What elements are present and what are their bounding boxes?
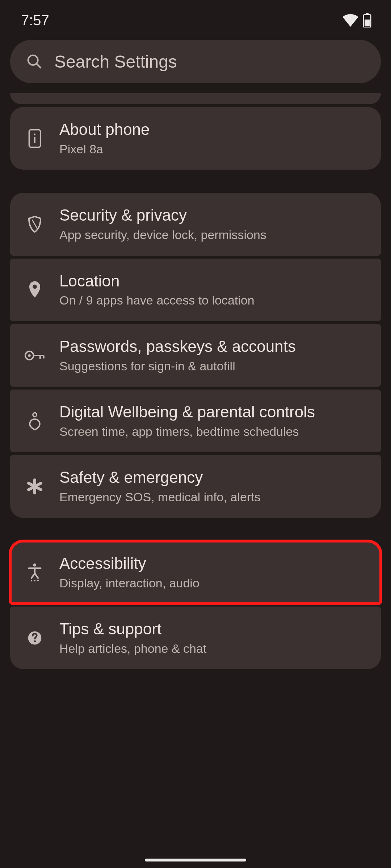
item-title: Safety & emergency: [59, 468, 366, 487]
settings-item-about-phone[interactable]: About phone Pixel 8a: [10, 107, 381, 170]
battery-icon: [363, 13, 371, 27]
search-icon: [26, 53, 43, 70]
svg-point-11: [28, 354, 31, 357]
svg-point-19: [33, 563, 37, 567]
item-title: About phone: [59, 120, 366, 139]
svg-point-9: [33, 285, 37, 289]
key-icon: [25, 345, 45, 366]
status-bar: 7:57: [0, 0, 391, 33]
wellbeing-icon: [25, 411, 45, 431]
phone-info-icon: [25, 128, 45, 149]
wifi-icon: [342, 14, 358, 27]
svg-point-24: [31, 580, 32, 582]
svg-point-15: [33, 413, 37, 416]
item-title: Security & privacy: [59, 206, 366, 225]
partial-card-top[interactable]: [10, 93, 381, 104]
settings-item-passwords[interactable]: Passwords, passkeys & accounts Suggestio…: [10, 324, 381, 387]
item-subtitle: Suggestions for sign-in & autofill: [59, 358, 366, 374]
item-subtitle: Help articles, phone & chat: [59, 641, 366, 656]
svg-line-22: [31, 574, 35, 578]
item-subtitle: Emergency SOS, medical info, alerts: [59, 489, 366, 505]
settings-item-wellbeing[interactable]: Digital Wellbeing & parental controls Sc…: [10, 390, 381, 452]
item-subtitle: Screen time, app timers, bedtime schedul…: [59, 424, 366, 439]
svg-point-28: [34, 640, 36, 642]
search-placeholder: Search Settings: [54, 52, 177, 72]
search-bar[interactable]: Search Settings: [10, 40, 381, 83]
accessibility-icon: [25, 562, 45, 582]
help-icon: [25, 628, 45, 648]
item-title: Passwords, passkeys & accounts: [59, 337, 366, 356]
location-pin-icon: [25, 280, 45, 300]
item-title: Digital Wellbeing & parental controls: [59, 403, 366, 422]
settings-item-security[interactable]: Security & privacy App security, device …: [10, 193, 381, 255]
item-subtitle: On / 9 apps have access to location: [59, 293, 366, 308]
medical-asterisk-icon: [25, 476, 45, 497]
shield-icon: [25, 214, 45, 234]
settings-item-accessibility[interactable]: Accessibility Display, interaction, audi…: [10, 541, 381, 604]
item-title: Accessibility: [59, 554, 366, 573]
item-subtitle: Display, interaction, audio: [59, 575, 366, 591]
settings-item-tips[interactable]: Tips & support Help articles, phone & ch…: [10, 607, 381, 669]
settings-item-location[interactable]: Location On / 9 apps have access to loca…: [10, 259, 381, 321]
item-title: Tips & support: [59, 620, 366, 639]
svg-point-26: [37, 580, 39, 582]
item-subtitle: Pixel 8a: [59, 141, 366, 157]
item-title: Location: [59, 272, 366, 291]
svg-rect-2: [365, 20, 370, 26]
svg-line-4: [37, 64, 41, 68]
settings-list: About phone Pixel 8a Security & privacy …: [0, 93, 391, 669]
svg-point-25: [34, 580, 35, 582]
item-subtitle: App security, device lock, permissions: [59, 227, 366, 243]
settings-item-safety[interactable]: Safety & emergency Emergency SOS, medica…: [10, 455, 381, 518]
svg-line-23: [35, 574, 38, 578]
status-icons: [342, 13, 371, 27]
status-time: 7:57: [21, 12, 49, 29]
navigation-handle[interactable]: [145, 859, 246, 861]
